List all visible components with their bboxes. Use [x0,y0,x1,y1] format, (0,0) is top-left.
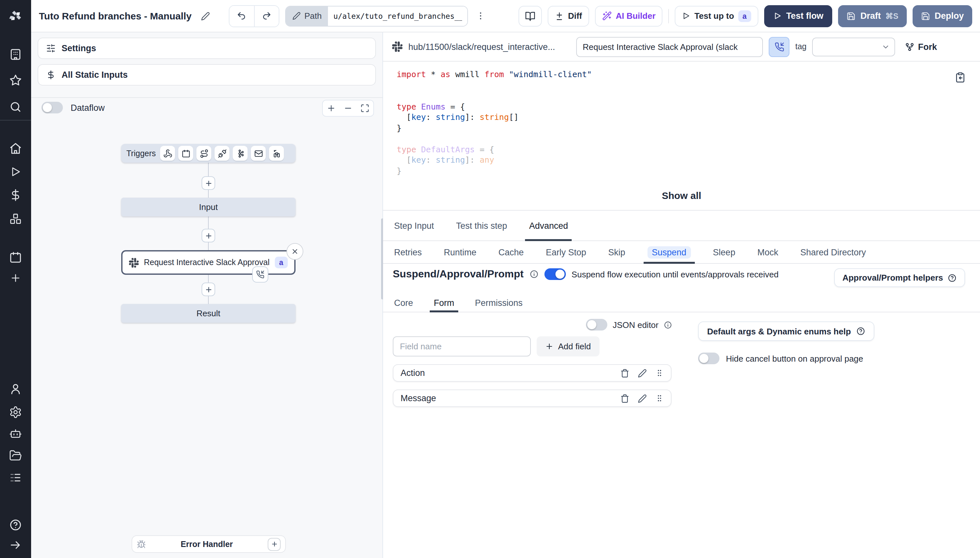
webhook-trigger-icon[interactable] [161,146,175,161]
variables-icon[interactable] [0,187,31,203]
tab-suspend[interactable]: Suspend [646,241,692,263]
tab-core[interactable]: Core [393,294,414,312]
email-trigger-icon[interactable] [251,146,266,161]
tab-form[interactable]: Form [433,294,456,312]
websocket-trigger-icon[interactable] [215,146,230,161]
error-handler-bar[interactable]: Error Handler [131,535,286,553]
windmill-logo[interactable] [0,0,31,33]
docs-book-button[interactable] [519,5,542,26]
diff-button[interactable]: Diff [548,5,589,26]
draft-button[interactable]: Draft ⌘S [838,5,907,27]
tag-select[interactable] [813,37,895,56]
fit-view-button[interactable] [356,100,373,116]
dollar-icon [46,70,56,80]
workspace-icon[interactable] [0,47,31,62]
tab-cache[interactable]: Cache [497,241,525,263]
fork-button[interactable]: Fork [905,42,937,51]
search-icon[interactable] [0,99,31,115]
tab-skip[interactable]: Skip [607,241,627,263]
path-chip[interactable]: Path [286,6,328,26]
copy-code-button[interactable] [955,72,966,85]
delete-field-button[interactable] [620,394,629,403]
chevron-down-icon [882,43,890,51]
schedules-icon[interactable] [0,249,31,265]
runs-icon[interactable] [0,164,31,179]
approval-phone-button[interactable] [769,37,790,57]
show-all-button[interactable]: Show all [383,190,980,201]
more-plus-icon[interactable] [0,270,31,286]
add-error-handler-button[interactable] [268,538,281,551]
redo-button[interactable] [254,5,278,26]
more-options-button[interactable] [474,5,487,26]
hub-script-path[interactable]: hub/11500/slack/request_interactive... [408,42,570,51]
form-field-row: Action [393,364,671,382]
tab-test-this-step[interactable]: Test this step [455,211,509,240]
code-editor[interactable]: import * as wmill from "windmill-client"… [383,62,980,211]
code-line [397,91,980,102]
kafka-trigger-icon[interactable] [233,146,248,161]
edit-field-button[interactable] [638,394,647,403]
home-icon[interactable] [0,141,31,156]
tab-runtime[interactable]: Runtime [443,241,478,263]
code-line: import * as wmill from "windmill-client" [397,69,980,80]
add-field-button[interactable]: Add field [537,336,599,356]
folders-icon[interactable] [0,448,31,463]
delete-field-button[interactable] [620,368,629,377]
http-route-trigger-icon[interactable] [197,146,212,161]
schedule-trigger-icon[interactable] [179,146,194,161]
tab-retries[interactable]: Retries [393,241,423,263]
test-flow-button[interactable]: Test flow [764,5,832,27]
path-input[interactable] [328,6,468,26]
tab-advanced[interactable]: Advanced [528,211,570,240]
code-line: } [397,166,980,176]
ai-builder-button[interactable]: AI Builder [595,5,663,26]
git-fork-icon [905,42,915,51]
clipboard-import-icon [955,72,966,83]
zoom-out-button[interactable] [340,100,356,116]
flow-step-node-approval[interactable]: Request Interactive Slack Approval (... … [121,250,295,275]
suspend-enable-toggle[interactable] [545,268,566,280]
help-circle-icon [856,327,865,336]
add-step-button[interactable] [202,176,215,190]
zoom-in-button[interactable] [323,100,340,116]
tab-early-stop[interactable]: Early Stop [545,241,588,263]
delete-step-button[interactable] [286,243,303,260]
dataflow-toggle[interactable] [41,102,63,113]
poll-trigger-icon[interactable] [269,146,284,161]
expand-arrow-icon[interactable] [0,537,31,553]
ai-robot-icon[interactable] [0,426,31,441]
resources-icon[interactable] [0,211,31,227]
triggers-bar[interactable]: Triggers [121,144,295,162]
logs-list-icon[interactable] [0,470,31,486]
field-name-input[interactable] [393,336,531,356]
edit-field-button[interactable] [638,368,647,377]
hide-cancel-toggle[interactable] [698,353,719,364]
approval-prompt-helpers-button[interactable]: Approval/Prompt helpers [834,268,965,287]
tab-sleep[interactable]: Sleep [712,241,737,263]
ai-builder-label: AI Builder [616,11,656,21]
add-step-button[interactable] [202,229,215,242]
drag-field-handle[interactable] [655,394,664,402]
default-args-help-button[interactable]: Default args & Dynamic enums help [698,322,874,341]
save-icon [921,11,930,20]
result-node[interactable]: Result [121,304,295,323]
drag-field-handle[interactable] [655,369,664,377]
code-line: type DefaultArgs = { [397,144,980,155]
add-step-button[interactable] [202,282,215,296]
test-up-to-button[interactable]: Test up to a [675,5,758,26]
tab-step-input[interactable]: Step Input [393,211,435,240]
tab-permissions[interactable]: Permissions [474,294,524,312]
help-icon[interactable] [0,517,31,533]
user-icon[interactable] [0,381,31,397]
undo-button[interactable] [229,5,254,26]
json-editor-toggle[interactable] [586,319,607,330]
edit-title-pencil-icon[interactable] [199,5,212,26]
input-node[interactable]: Input [121,198,295,217]
undo-redo-group [228,5,279,27]
deploy-button[interactable]: Deploy [913,5,972,27]
step-name-input[interactable] [576,37,763,57]
tab-shared-directory[interactable]: Shared Directory [799,241,867,263]
favorites-star-icon[interactable] [0,72,31,88]
settings-gear-icon[interactable] [0,404,31,420]
tab-mock[interactable]: Mock [756,241,780,263]
